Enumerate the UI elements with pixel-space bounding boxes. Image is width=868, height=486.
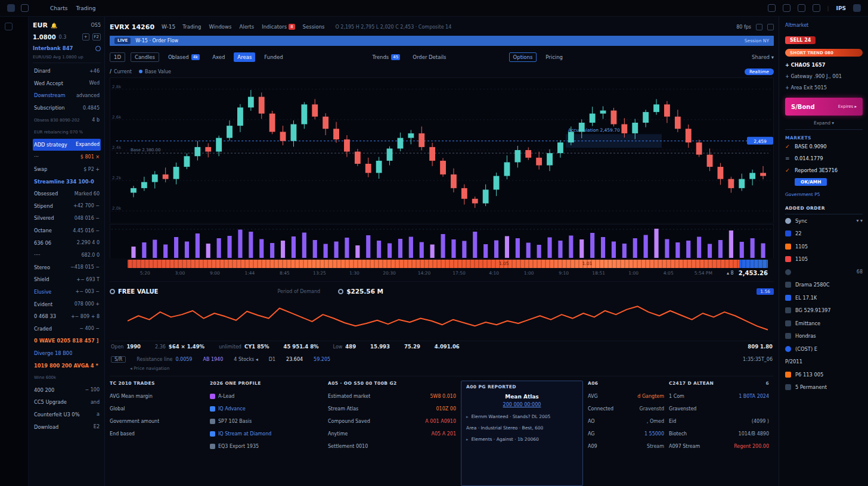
footer-row[interactable]: Estimated market5W8 0.010 xyxy=(328,390,456,403)
order-row[interactable]: BG 529.91397 xyxy=(785,304,863,317)
footer-row[interactable]: Area · Industrial Stereo · Best, 600 xyxy=(466,422,578,434)
sbond-button[interactable]: S/Bond Expires ▸ xyxy=(785,98,863,116)
grid-icon[interactable] xyxy=(798,4,805,12)
image-icon[interactable] xyxy=(768,4,776,12)
watchlist-row[interactable]: 636 062.290 4 0 xyxy=(33,236,101,249)
order-row[interactable]: 22 xyxy=(785,228,863,241)
chart-menu-item[interactable]: Sessions xyxy=(303,24,325,30)
order-row[interactable]: 1105 xyxy=(785,253,863,266)
watchlist-row[interactable]: Stereo−418 015 − xyxy=(33,261,101,274)
box-link[interactable]: 200 000 00:000 xyxy=(466,402,578,407)
footer-row[interactable]: AVG Mean margin xyxy=(110,390,205,403)
footer-row[interactable]: AVGd Gangtem xyxy=(588,390,664,403)
stat-item-secondary[interactable]: 23.604 xyxy=(286,357,303,362)
toolbar-button[interactable]: Options xyxy=(509,52,537,62)
order-row[interactable]: 1105 xyxy=(785,240,863,253)
watchlist-row[interactable]: Silvered048 016 − xyxy=(33,212,101,225)
watchlist-row[interactable]: EUR rebalancing 070 % xyxy=(33,126,101,139)
watchlist-row[interactable]: Diverge 18 B00 xyxy=(33,347,101,360)
order-row[interactable]: Drama 2580C xyxy=(785,279,863,292)
toolbar-button[interactable]: Pricing xyxy=(542,52,566,62)
footer-row[interactable]: 1 Com1 B0TA 2024 xyxy=(669,390,769,403)
footer-row[interactable]: AO, Omed xyxy=(588,415,664,428)
toolbar-button[interactable]: Order Details xyxy=(409,53,450,61)
altmarket-link[interactable]: Altmarket xyxy=(785,23,863,28)
watchlist-row[interactable]: ADD strategyExpanded xyxy=(33,139,101,151)
ratio-pill[interactable]: 1.56 xyxy=(757,288,774,295)
toolbar-button[interactable]: 1D xyxy=(110,52,125,62)
watchlist-row[interactable]: Wine 600k xyxy=(33,372,101,384)
toolbar-button[interactable]: Axed xyxy=(209,52,228,62)
timeframe-label[interactable]: W-15 xyxy=(162,24,175,30)
watchlist-row[interactable]: Craded− 400 − xyxy=(33,322,101,335)
heatmap-strip[interactable]: 1.051.01 xyxy=(128,260,768,268)
app-logo-icon[interactable] xyxy=(7,4,15,12)
footer-row[interactable]: End based xyxy=(110,428,205,440)
watchlist-row[interactable]: Streamline 334 100-0 xyxy=(33,175,101,188)
watchlist-row[interactable]: Counterfeit U3 0%a xyxy=(33,409,101,421)
watchlist-row[interactable]: Obsess 830 8090-2024 b xyxy=(33,114,101,126)
watchlist-row[interactable]: 1019 800 200 AVGA 4 * xyxy=(33,359,101,372)
bell-icon[interactable]: 🔔 xyxy=(51,23,57,29)
footer-row[interactable]: A097 StreamRegent 200.00 xyxy=(669,440,769,453)
shared-button[interactable]: Shared ▾ xyxy=(752,54,774,60)
footer-row[interactable]: A-Lead xyxy=(210,390,323,403)
stats-icon[interactable] xyxy=(783,4,790,12)
watchlist-row[interactable]: Downstreamadvanced xyxy=(33,89,101,102)
order-row[interactable]: 68 xyxy=(785,266,863,279)
watchlist-row[interactable]: Elusive+− 003 − xyxy=(33,286,101,298)
workspace-icon[interactable] xyxy=(5,23,13,30)
watchlist-row[interactable]: DownloadE2 xyxy=(33,420,101,433)
watchlist-row[interactable]: Stipend+42 700 − xyxy=(33,200,101,213)
market-check-item[interactable]: ✓BASE 0.9090 xyxy=(785,141,863,152)
footer-row[interactable]: ▸Elements · Against · 1b 20060 xyxy=(466,434,578,445)
footer-row[interactable]: Compound SavedA 001 A0910 xyxy=(328,415,456,428)
stat-item-secondary[interactable]: D1 xyxy=(269,357,275,362)
footer-row[interactable]: IQ Stream at Diamond xyxy=(210,428,323,440)
watchlist-row[interactable]: Swap$ P2 + xyxy=(33,163,101,176)
footer-row[interactable]: SP7 102 Basis xyxy=(210,415,323,428)
price-navigation-link[interactable]: ◂ Price navigation xyxy=(130,366,774,371)
candlestick-chart[interactable]: 2.8k2.6k2.4k2.2k2.0kAccumulation 2,459.7… xyxy=(110,77,774,223)
f2-button[interactable]: F2 xyxy=(92,33,101,40)
order-row[interactable]: Emittance xyxy=(785,317,863,330)
short-trend-bar[interactable]: SHORT TREND 080 xyxy=(785,49,863,57)
watchlist-row[interactable]: Octane4.45 016 − xyxy=(33,225,101,237)
stat-item-secondary[interactable]: AB 1940 xyxy=(203,357,223,362)
watchlist-row[interactable]: ···$ 801 × xyxy=(33,151,101,163)
order-row[interactable]: Hondras xyxy=(785,330,863,343)
stat-item-secondary[interactable]: S/R xyxy=(111,356,126,363)
watchlist-row[interactable]: ObsessedMarked 60 xyxy=(33,188,101,200)
toolbar-button[interactable]: Funded xyxy=(261,52,286,62)
legend-item[interactable]: /Current xyxy=(110,69,132,74)
add-button[interactable]: + xyxy=(82,33,89,40)
order-row[interactable]: P/2011 xyxy=(785,356,863,369)
watchlist-row[interactable]: Wed AcceptWed xyxy=(33,77,101,90)
sell-badge[interactable]: SELL 24 xyxy=(785,36,816,44)
order-row[interactable]: Sync▾ ▾ xyxy=(785,214,863,228)
info-circle-icon[interactable] xyxy=(95,46,101,51)
watchlist-row[interactable]: Subscription0.4845 xyxy=(33,102,101,114)
fullscreen-icon[interactable] xyxy=(767,24,774,30)
interbank-link[interactable]: Interbank 847 xyxy=(33,45,73,51)
realtime-pill[interactable]: Realtime xyxy=(745,68,774,75)
expand-link[interactable]: Expand ▾ xyxy=(785,120,863,130)
order-row[interactable]: 5 Permanent xyxy=(785,381,863,394)
ok-button[interactable]: OK/AMH xyxy=(795,178,827,186)
watchlist-row[interactable]: Evident078 000 + xyxy=(33,298,101,310)
footer-row[interactable]: Global xyxy=(110,403,205,415)
toolbar-button[interactable]: Oblased4k xyxy=(165,52,203,62)
legend-item[interactable]: Base Value xyxy=(139,69,171,74)
profile-icon[interactable] xyxy=(853,4,861,12)
stat-item-secondary[interactable]: 1:35:35T_06 xyxy=(743,357,773,362)
camera-icon[interactable] xyxy=(756,24,762,30)
watchlist-row[interactable]: 0 468 33+− 809 + 8 xyxy=(33,310,101,323)
chart-menu-item[interactable]: Indicators8 xyxy=(262,24,294,30)
chart-menu-item[interactable]: Alerts xyxy=(239,24,254,30)
footer-row[interactable]: A09Stream xyxy=(588,440,664,453)
footer-row[interactable]: Settlement 0010 xyxy=(328,440,456,453)
watchlist-row[interactable]: 400 200− 100 xyxy=(33,384,101,396)
order-row[interactable]: EL 17.1K xyxy=(785,291,863,304)
footer-row[interactable]: AG1 55000 xyxy=(588,428,664,440)
topbar-menu-item[interactable]: Trading xyxy=(76,5,95,11)
